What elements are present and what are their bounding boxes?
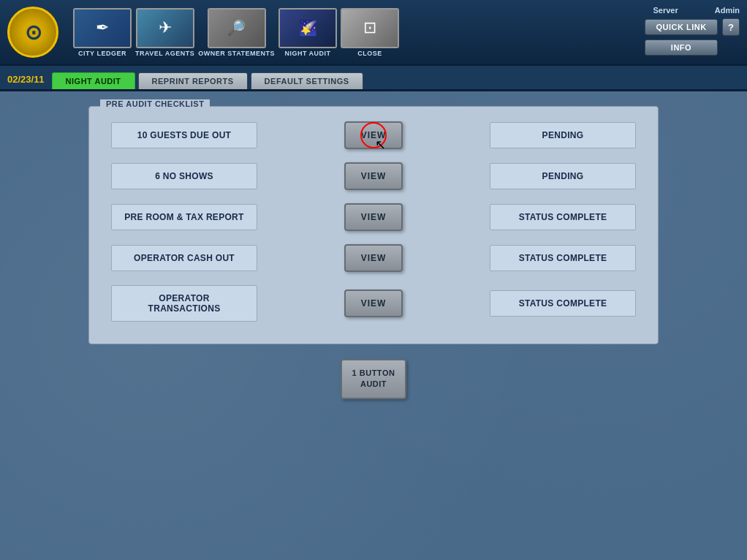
admin-label: Admin — [715, 6, 740, 15]
operator-transactions-status: STATUS COMPLETE — [490, 290, 636, 317]
guests-due-out-status: PENDING — [490, 122, 636, 148]
owner-statements-icon: 🔎 — [209, 10, 265, 47]
operator-cash-out-label: OPERATOR CASH OUT — [111, 245, 257, 271]
audit-btn-line2: AUDIT — [360, 379, 387, 388]
no-shows-status: PENDING — [490, 163, 636, 189]
pre-room-tax-view-button[interactable]: VIEW — [344, 203, 403, 231]
travel-agents-label: TRAVEL AGENTS — [135, 50, 194, 57]
travel-agents-icon: ✈ — [137, 10, 193, 47]
bottom-section: 1 BUTTON AUDIT — [341, 359, 406, 399]
close-label: CLOSE — [357, 50, 382, 57]
city-ledger-label: CITY LEDGER — [78, 50, 126, 57]
owner-statements-label: OWNER STATEMENTS — [198, 50, 275, 57]
nav-close[interactable]: ⊡ CLOSE — [341, 8, 399, 57]
checklist-panel: PRE AUDIT CHECKLIST 10 GUESTS DUE OUT VI… — [88, 106, 659, 344]
checklist-title: PRE AUDIT CHECKLIST — [100, 99, 210, 108]
header-right: Server Admin QUICK LINK ? INFO — [645, 6, 740, 56]
operator-transactions-view-button[interactable]: VIEW — [344, 290, 403, 317]
pre-room-tax-status: STATUS COMPLETE — [490, 204, 636, 230]
guests-due-out-view-button[interactable]: VIEW — [344, 121, 403, 149]
no-shows-view-button[interactable]: VIEW — [344, 162, 403, 190]
guests-due-out-label: 10 GUESTS DUE OUT — [111, 122, 257, 148]
main-content: PRE AUDIT CHECKLIST 10 GUESTS DUE OUT VI… — [0, 91, 747, 560]
header: ⊙ ✒ CITY LEDGER ✈ TRAVEL AGENTS 🔎 OWNER … — [0, 0, 747, 66]
tab-default-settings[interactable]: DEFAULT SETTINGS — [251, 72, 363, 89]
guests-due-out-view-wrapper: VIEW ↖ — [344, 121, 403, 149]
quick-link-button[interactable]: QUICK LINK — [645, 19, 718, 35]
operator-transactions-label: OPERATOR TRANSACTIONS — [111, 285, 257, 322]
audit-btn-line1: 1 BUTTON — [352, 368, 395, 377]
logo-symbol: ⊙ — [25, 20, 42, 45]
nav-icons: ✒ CITY LEDGER ✈ TRAVEL AGENTS 🔎 OWNER ST… — [73, 8, 399, 57]
checklist-row-guests-due-out: 10 GUESTS DUE OUT VIEW ↖ PENDING — [111, 121, 636, 149]
one-button-audit-button[interactable]: 1 BUTTON AUDIT — [341, 359, 406, 399]
tab-night-audit[interactable]: NIGHT AUDIT — [52, 72, 135, 89]
operator-cash-out-view-button[interactable]: VIEW — [344, 244, 403, 272]
no-shows-label: 6 NO SHOWS — [111, 163, 257, 189]
checklist-row-pre-room-tax: PRE ROOM & TAX REPORT VIEW STATUS COMPLE… — [111, 203, 636, 231]
tab-bar: 02/23/11 NIGHT AUDIT REPRINT REPORTS DEF… — [0, 66, 747, 91]
date-display: 02/23/11 — [7, 74, 45, 85]
tab-reprint-reports[interactable]: REPRINT REPORTS — [138, 72, 248, 89]
checklist-row-operator-transactions: OPERATOR TRANSACTIONS VIEW STATUS COMPLE… — [111, 285, 636, 322]
header-button-row: QUICK LINK ? — [645, 18, 740, 36]
checklist-row-no-shows: 6 NO SHOWS VIEW PENDING — [111, 162, 636, 190]
pre-room-tax-label: PRE ROOM & TAX REPORT — [111, 204, 257, 230]
server-admin-labels: Server Admin — [653, 6, 740, 15]
operator-cash-out-status: STATUS COMPLETE — [490, 245, 636, 271]
nav-owner-statements[interactable]: 🔎 OWNER STATEMENTS — [198, 8, 275, 57]
server-label: Server — [653, 6, 678, 15]
close-icon: ⊡ — [342, 10, 398, 47]
nav-city-ledger[interactable]: ✒ CITY LEDGER — [73, 8, 132, 57]
nav-night-audit[interactable]: 🌠 NIGHT AUDIT — [278, 8, 337, 57]
app-logo[interactable]: ⊙ — [7, 7, 58, 58]
checklist-row-operator-cash-out: OPERATOR CASH OUT VIEW STATUS COMPLETE — [111, 244, 636, 272]
night-audit-icon: 🌠 — [280, 10, 335, 47]
help-button[interactable]: ? — [722, 18, 740, 36]
nav-travel-agents[interactable]: ✈ TRAVEL AGENTS — [135, 8, 194, 57]
info-button[interactable]: INFO — [645, 39, 718, 56]
night-audit-label: NIGHT AUDIT — [284, 50, 330, 57]
city-ledger-icon: ✒ — [75, 10, 130, 47]
